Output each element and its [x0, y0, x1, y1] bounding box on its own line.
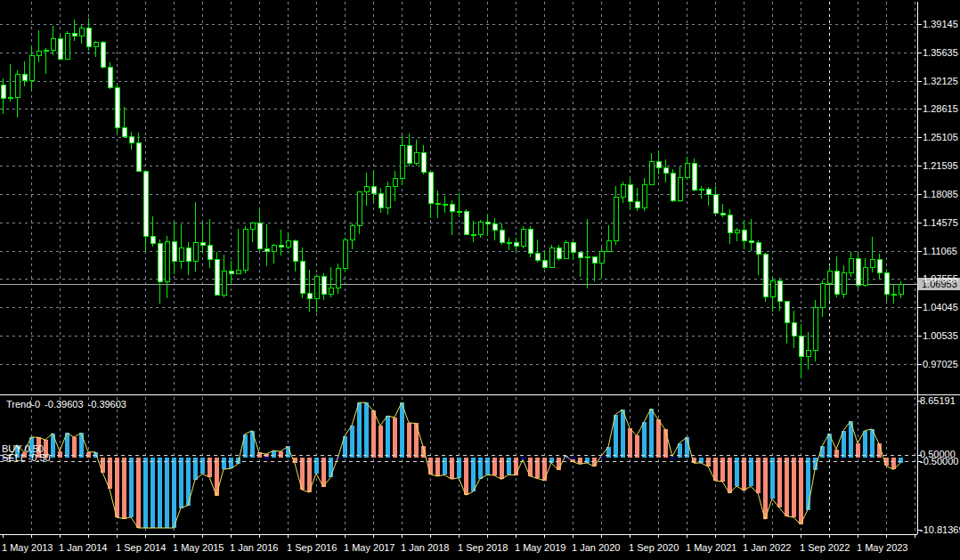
time-axis-label[interactable]: 1 Sep 2020: [629, 542, 679, 553]
chart-canvas[interactable]: [0, 0, 960, 560]
candle: [685, 163, 689, 177]
candle: [400, 145, 404, 178]
candle: [820, 283, 825, 307]
candle: [849, 258, 853, 272]
candle: [72, 33, 77, 36]
histogram-bar: [792, 458, 796, 517]
time-axis-label[interactable]: 1 Sep 2018: [458, 542, 508, 553]
candle: [321, 276, 326, 294]
time-axis-label[interactable]: 1 May 2021: [686, 542, 736, 553]
price-axis-label: 1.07555: [923, 273, 958, 284]
candle: [756, 242, 761, 254]
candle: [8, 97, 12, 98]
candle: [777, 280, 782, 301]
candle: [407, 145, 411, 163]
time-axis-label[interactable]: 1 Jan 2016: [230, 542, 278, 553]
candle: [300, 261, 305, 293]
candle: [336, 268, 340, 288]
candle: [443, 204, 447, 205]
time-axis-label[interactable]: 1 Sep 2016: [287, 542, 337, 553]
histogram-bar: [129, 458, 134, 516]
candle: [614, 197, 618, 240]
candle: [635, 201, 639, 207]
candle: [535, 253, 540, 260]
histogram-bar: [272, 450, 276, 458]
time-axis-label[interactable]: 1 Jan 2014: [59, 542, 107, 553]
candle: [357, 191, 362, 225]
histogram-bar: [443, 458, 447, 475]
histogram-bar: [222, 458, 226, 469]
time-axis-label[interactable]: 1 May 2019: [515, 542, 565, 553]
histogram-bar: [400, 402, 404, 458]
time-axis-label[interactable]: 1 Jan 2020: [572, 542, 620, 553]
candle: [129, 136, 134, 142]
zero-cross-mark: [571, 457, 575, 459]
candle: [393, 178, 397, 186]
candle: [671, 173, 675, 200]
time-axis-label[interactable]: 1 May 2017: [344, 542, 395, 553]
histogram-bar: [215, 458, 219, 495]
candle: [108, 67, 112, 87]
histogram-layer: [1, 402, 903, 528]
indicator-axis-label: 8.65191: [920, 395, 956, 406]
candle: [15, 74, 20, 97]
histogram-bar: [514, 458, 518, 475]
histogram-bar: [834, 450, 839, 459]
candle: [172, 241, 176, 261]
zero-cross-mark: [264, 457, 269, 459]
candle: [678, 177, 682, 200]
axis-lines-and-ticks: [0, 2, 922, 538]
time-axis-label[interactable]: 1 May 2015: [173, 542, 224, 553]
histogram-bar: [863, 431, 867, 459]
histogram-bar: [492, 458, 497, 475]
histogram-bar: [820, 446, 825, 458]
candle: [870, 259, 875, 267]
candle: [158, 243, 162, 281]
sell-level-label: SELL -0.50: [2, 453, 51, 463]
candle: [151, 236, 155, 243]
candle: [364, 186, 369, 191]
candle: [350, 225, 354, 239]
histogram-bar: [122, 458, 126, 518]
candle: [165, 241, 169, 281]
time-axis-label[interactable]: 1 May 2013: [2, 542, 53, 553]
histogram-bar: [179, 458, 183, 507]
candle: [207, 245, 212, 259]
candle: [371, 186, 376, 193]
histogram-bar: [699, 458, 704, 463]
candle: [51, 38, 55, 50]
histogram-bar: [172, 458, 176, 528]
histogram-bar: [165, 458, 169, 528]
candle: [642, 184, 647, 207]
candle: [122, 127, 126, 136]
candle: [877, 259, 882, 272]
price-axis-label: 1.11065: [923, 246, 957, 256]
candle: [663, 167, 668, 173]
histogram-bar: [799, 458, 803, 523]
histogram-bar: [856, 443, 860, 459]
candle: [115, 87, 119, 127]
time-axis-label[interactable]: 1 Sep 2022: [800, 542, 850, 553]
histogram-bar: [507, 458, 511, 475]
histogram-bar: [756, 458, 761, 492]
time-axis-label[interactable]: 1 Jan 2022: [743, 542, 791, 553]
candle: [549, 248, 554, 267]
candle: [806, 350, 810, 356]
candle: [179, 248, 183, 261]
histogram-bar: [378, 426, 383, 458]
candle: [44, 50, 48, 51]
candle: [143, 171, 148, 236]
histogram-bar: [321, 458, 326, 486]
candles-layer: [1, 18, 903, 377]
time-axis-label[interactable]: 1 May 2023: [857, 542, 907, 553]
candle: [735, 230, 739, 232]
candle: [599, 251, 604, 263]
chart-window: Trend-0-0.39603-0.39603 BUY 0.50 SELL -0…: [0, 0, 960, 560]
histogram-bar: [749, 458, 753, 486]
time-axis-label[interactable]: 1 Jan 2018: [401, 542, 449, 553]
candle: [457, 211, 461, 212]
histogram-bar: [656, 419, 661, 458]
candle: [428, 172, 433, 203]
candle: [314, 276, 319, 298]
time-axis-label[interactable]: 1 Sep 2014: [116, 542, 166, 553]
